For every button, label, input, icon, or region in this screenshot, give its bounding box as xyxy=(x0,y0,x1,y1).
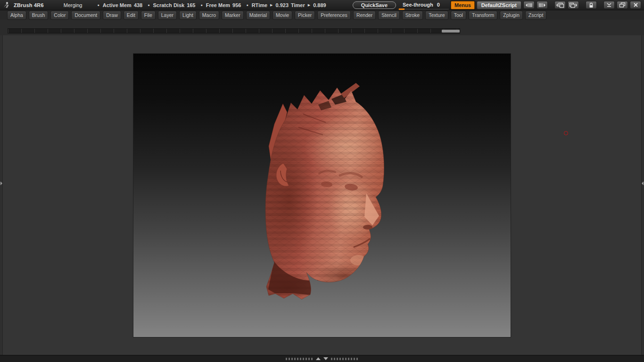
menu-item-material[interactable]: Material xyxy=(246,11,270,20)
left-tray-splitter[interactable] xyxy=(0,35,3,355)
draw-cursor-ring xyxy=(564,131,568,135)
timer-label: Timer xyxy=(291,2,305,8)
frame-doc-left-button[interactable] xyxy=(554,1,566,9)
bullet-icon: ● xyxy=(200,3,202,7)
see-through-label: See-through xyxy=(403,2,433,8)
menu-item-color[interactable]: Color xyxy=(50,11,69,20)
menu-item-file[interactable]: File xyxy=(141,11,156,20)
menu-bar: AlphaBrushColorDocumentDrawEditFileLayer… xyxy=(0,10,644,20)
minimize-icon xyxy=(606,2,612,8)
menu-item-marker[interactable]: Marker xyxy=(222,11,244,20)
menu-item-stencil[interactable]: Stencil xyxy=(378,11,400,20)
stat-value: 956 xyxy=(232,2,241,8)
menu-item-transform[interactable]: Transform xyxy=(469,11,497,20)
zbrush-logo-icon xyxy=(2,1,11,9)
close-window-button[interactable] xyxy=(630,1,641,9)
active-tool-name: Merging xyxy=(64,2,83,8)
divider-ticks-right-icon xyxy=(331,358,358,360)
canvas-scroll-strip[interactable] xyxy=(8,28,460,33)
see-through-value: 0 xyxy=(437,2,440,8)
menu-item-picker[interactable]: Picker xyxy=(295,11,315,20)
play-icon: ▶ xyxy=(308,3,310,7)
menu-item-brush[interactable]: Brush xyxy=(29,11,48,20)
menu-item-zscript[interactable]: Zscript xyxy=(525,11,547,20)
stat-value: 165 xyxy=(187,2,195,8)
menu-item-tool[interactable]: Tool xyxy=(451,11,466,20)
menu-item-alpha[interactable]: Alpha xyxy=(7,11,26,20)
menu-item-macro[interactable]: Macro xyxy=(199,11,219,20)
title-bar: ZBrush 4R6 Merging ●Active Mem438●Scratc… xyxy=(0,0,644,10)
bottom-bar xyxy=(0,355,644,362)
zbrush-app-window: ZBrush 4R6 Merging ●Active Mem438●Scratc… xyxy=(0,0,644,362)
canvas-scroll-thumb[interactable] xyxy=(442,30,460,33)
see-through-orange-tick xyxy=(399,8,405,10)
lock-icon xyxy=(588,2,594,8)
bottom-tray-divider[interactable] xyxy=(286,357,358,360)
stat-label: Active Mem xyxy=(103,2,132,8)
menu-item-layer[interactable]: Layer xyxy=(158,11,177,20)
tray-open-up-icon[interactable] xyxy=(316,357,321,360)
right-tray-splitter[interactable] xyxy=(641,35,644,355)
stat-value: 438 xyxy=(134,2,142,8)
workspace-canvas[interactable] xyxy=(3,35,641,355)
divider-ticks-left-icon xyxy=(286,358,313,360)
lock-button[interactable] xyxy=(586,1,597,9)
doc-arrow-left-icon xyxy=(556,2,564,8)
menus-toggle-button[interactable]: Menus xyxy=(451,1,475,9)
menu-item-movie[interactable]: Movie xyxy=(272,11,292,20)
menu-item-edit[interactable]: Edit xyxy=(124,11,139,20)
scroll-right-button[interactable] xyxy=(537,1,548,9)
menu-item-render[interactable]: Render xyxy=(353,11,376,20)
play-icon: ▶ xyxy=(270,3,272,7)
stat-label: Scratch Disk xyxy=(153,2,184,8)
timer-value: 0.889 xyxy=(313,2,326,8)
stat-label: Free Mem xyxy=(206,2,230,8)
menu-item-zplugin[interactable]: Zplugin xyxy=(500,11,522,20)
scrub-row xyxy=(0,20,644,35)
tray-open-down-icon[interactable] xyxy=(323,357,328,360)
scroll-right-icon xyxy=(538,3,546,8)
menu-item-texture[interactable]: Texture xyxy=(425,11,448,20)
scroll-left-button[interactable] xyxy=(523,1,535,9)
minimize-window-button[interactable] xyxy=(603,1,615,9)
menu-item-light[interactable]: Light xyxy=(179,11,197,20)
restore-icon xyxy=(619,2,626,8)
bullet-icon: ● xyxy=(148,3,149,7)
document-canvas[interactable] xyxy=(133,54,511,337)
doc-arrow-right-icon xyxy=(569,2,578,8)
see-through-slider[interactable]: See-through 0 xyxy=(398,1,449,9)
rtime-label: RTime xyxy=(252,2,267,8)
left-tray-arrow-icon[interactable] xyxy=(0,181,2,185)
restore-window-button[interactable] xyxy=(617,1,628,9)
menu-item-preferences[interactable]: Preferences xyxy=(317,11,351,20)
frame-doc-right-button[interactable] xyxy=(568,1,579,9)
close-icon xyxy=(633,2,638,8)
titlebar-stats: ●Active Mem438●Scratch Disk165●Free Mem9… xyxy=(95,2,326,8)
app-title: ZBrush 4R6 xyxy=(14,2,44,8)
menu-item-draw[interactable]: Draw xyxy=(103,11,121,20)
menu-item-document[interactable]: Document xyxy=(71,11,100,20)
default-zscript-button[interactable]: DefaultZScript xyxy=(477,1,521,9)
sculpt-head-model[interactable] xyxy=(133,54,511,337)
quicksave-button[interactable]: QuickSave xyxy=(353,1,396,9)
bullet-icon: ● xyxy=(246,3,248,7)
bullet-icon: ● xyxy=(98,3,99,7)
menu-item-stroke[interactable]: Stroke xyxy=(402,11,423,20)
right-tray-arrow-icon[interactable] xyxy=(642,181,644,185)
titlebar-right-controls: QuickSave See-through 0 Menus DefaultZSc… xyxy=(353,1,644,9)
rtime-value: 0.923 xyxy=(275,2,289,8)
scroll-left-icon xyxy=(525,3,533,8)
